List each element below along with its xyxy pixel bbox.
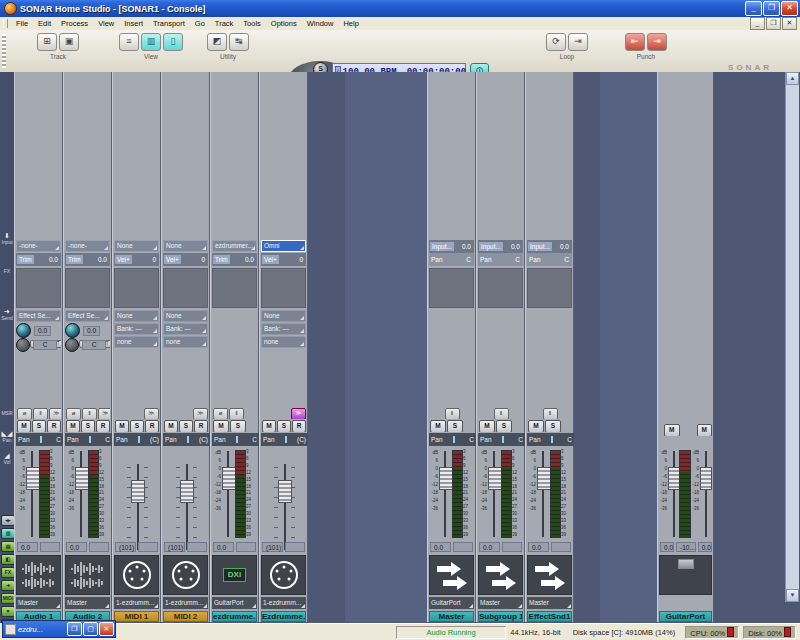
midi-patch-select[interactable]: none (163, 336, 208, 348)
fx-bin[interactable] (16, 268, 61, 308)
mute-button[interactable]: M (115, 420, 129, 432)
arm-button[interactable]: R (194, 420, 208, 432)
send-select[interactable]: Effect Se... (65, 310, 110, 322)
output-select[interactable]: Master (65, 597, 110, 609)
show-sends-button[interactable]: ➜ (1, 580, 15, 591)
mdi-close-button[interactable]: ✕ (782, 17, 797, 30)
show-buses-button[interactable]: ▼ (1, 606, 15, 617)
child-close-button[interactable]: ✕ (99, 622, 114, 636)
fader-handle[interactable] (278, 480, 292, 503)
fader-handle[interactable] (131, 480, 145, 503)
mute-button[interactable]: M (479, 420, 495, 432)
minimize-button[interactable]: _ (745, 1, 762, 16)
solo-button[interactable]: S (230, 420, 246, 432)
volume-value[interactable]: 0.0 (528, 542, 549, 552)
child-maximize-button[interactable]: ▢ (83, 622, 98, 636)
fx-bin[interactable] (114, 268, 159, 308)
show-audio-button[interactable]: ▤ (1, 541, 15, 552)
input-echo-button[interactable]: ≫ (144, 408, 159, 419)
fader-handle[interactable] (180, 480, 194, 503)
mute-button[interactable]: M (17, 420, 31, 432)
widen-strips-button[interactable]: ▥ (1, 528, 15, 539)
mdi-minimize-button[interactable]: _ (750, 17, 765, 30)
trim-value[interactable]: 0.0 (98, 256, 110, 263)
volume-fader[interactable] (221, 448, 235, 540)
fader-handle[interactable] (75, 467, 89, 490)
input-select[interactable]: None (163, 240, 208, 252)
volume-left-value[interactable]: 0.0 (660, 542, 674, 552)
interleave-button[interactable]: ‖ (229, 408, 244, 419)
mdi-restore-button[interactable]: ❐ (766, 17, 781, 30)
trim-value[interactable]: 0.0 (49, 256, 61, 263)
input-echo-button[interactable]: ≫ (49, 408, 61, 419)
send-select[interactable]: Effect Se... (16, 310, 61, 322)
narrow-strips-button[interactable]: ◂▸ (1, 515, 15, 526)
menu-file[interactable]: File (11, 19, 33, 28)
solo-button[interactable]: S (179, 420, 193, 432)
output-select[interactable]: 1-ezdrumm... (163, 597, 208, 609)
bus-name[interactable]: EffectSnd1 (527, 611, 572, 622)
vel-value[interactable]: 0 (201, 256, 208, 263)
midi-patch-select[interactable]: none (261, 336, 306, 348)
vel-value[interactable]: 0 (152, 256, 159, 263)
interleave-button[interactable]: ‖ (543, 408, 558, 419)
mute-button[interactable]: M (164, 420, 178, 432)
fader-handle[interactable] (488, 467, 502, 490)
fx-bin[interactable] (212, 268, 257, 308)
send-level-knob[interactable] (65, 323, 80, 338)
scroll-down-button[interactable]: ▼ (786, 589, 799, 602)
bus-input-label[interactable]: Input... (479, 242, 503, 251)
restore-button[interactable]: ❐ (763, 1, 780, 16)
pan-slider[interactable]: Pan (C) (163, 433, 210, 446)
track-name[interactable]: MIDI 1 (114, 611, 159, 622)
bus-input-value[interactable]: 0.0 (560, 243, 572, 250)
mute-button[interactable]: M (66, 420, 80, 432)
solo-button[interactable]: S (545, 420, 561, 432)
fader-handle[interactable] (439, 467, 453, 490)
mute-button[interactable]: M (430, 420, 446, 432)
volume-fader[interactable] (25, 448, 39, 540)
volume-value[interactable]: 0.0 (213, 542, 234, 552)
menu-process[interactable]: Process (56, 19, 93, 28)
menu-track[interactable]: Track (210, 19, 238, 28)
menu-edit[interactable]: Edit (33, 19, 56, 28)
mute-button[interactable]: M (262, 420, 276, 432)
volume-fader[interactable] (74, 448, 88, 540)
input-select[interactable]: Omni (261, 240, 306, 252)
menu-transport[interactable]: Transport (148, 19, 190, 28)
output-select[interactable]: GuitarPort (429, 597, 474, 609)
midi-activity-icon[interactable]: ≫ (291, 408, 306, 419)
input-select[interactable]: -none- (16, 240, 61, 252)
bus-pan-top-value[interactable]: C (564, 256, 572, 263)
volume-fader[interactable] (163, 461, 210, 553)
fader-handle[interactable] (26, 467, 40, 490)
piano-roll-view-button[interactable]: ▯ (163, 33, 183, 51)
midi-out-select[interactable]: None (114, 310, 159, 322)
solo-button[interactable]: S (496, 420, 512, 432)
menu-options[interactable]: Options (266, 19, 302, 28)
midi-bank-select[interactable]: Bank: --- (163, 323, 208, 335)
interleave-button[interactable]: ‖ (33, 408, 48, 419)
menu-view[interactable]: View (93, 19, 119, 28)
interleave-button[interactable]: ‖ (494, 408, 509, 419)
send-pan-knob[interactable] (65, 338, 79, 352)
menu-insert[interactable]: Insert (119, 19, 148, 28)
output-select[interactable]: 1-ezdrumm... (261, 597, 306, 609)
volume-fader[interactable] (487, 448, 501, 540)
bus-pan-top-value[interactable]: C (466, 256, 474, 263)
solo-button[interactable]: S (81, 420, 95, 432)
show-fx-button[interactable]: FX (1, 567, 15, 578)
volume-value[interactable]: (101) (115, 542, 136, 552)
fx-bin[interactable] (261, 268, 306, 308)
volume-value[interactable]: (101) (164, 542, 185, 552)
bus-input-label[interactable]: Input... (430, 242, 454, 251)
close-button[interactable]: ✕ (781, 1, 798, 16)
show-midi-button[interactable]: MIDI (1, 593, 15, 604)
input-select[interactable]: ezdrummer... (212, 240, 257, 252)
input-select[interactable]: -none- (65, 240, 110, 252)
fx-bin[interactable] (163, 268, 208, 308)
punch-in-button[interactable]: ⇤ (625, 33, 645, 51)
bus-name[interactable]: Subgroup 1 (478, 611, 523, 622)
solo-button[interactable]: S (277, 420, 291, 432)
arm-button[interactable]: R (145, 420, 159, 432)
